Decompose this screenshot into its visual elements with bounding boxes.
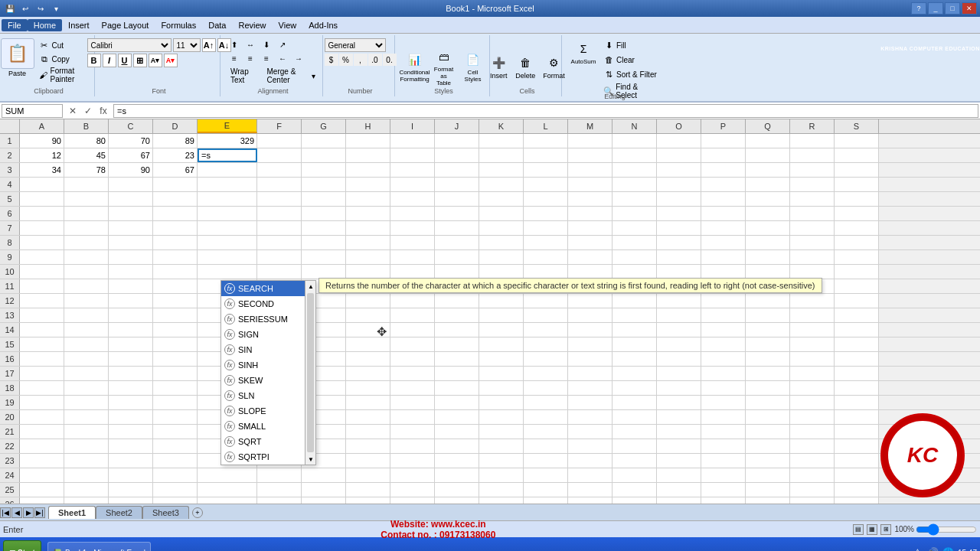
cell-k19[interactable] bbox=[479, 396, 524, 409]
cell-m16[interactable] bbox=[568, 352, 612, 366]
cell-q16[interactable] bbox=[746, 352, 790, 366]
col-header-o[interactable]: O bbox=[657, 119, 701, 133]
cell-n2[interactable] bbox=[612, 148, 657, 162]
cell-d26[interactable] bbox=[153, 497, 198, 504]
cell-c3[interactable]: 90 bbox=[109, 163, 153, 177]
cell-m12[interactable] bbox=[568, 294, 612, 308]
cell-m24[interactable] bbox=[568, 468, 612, 482]
cell-o13[interactable] bbox=[657, 308, 701, 322]
cell-c16[interactable] bbox=[109, 352, 153, 366]
cell-r2[interactable] bbox=[790, 148, 835, 162]
cell-l7[interactable] bbox=[524, 221, 568, 235]
cell-o3[interactable] bbox=[657, 163, 701, 177]
cell-a3[interactable]: 34 bbox=[20, 163, 64, 177]
cell-j14[interactable] bbox=[435, 323, 479, 337]
cell-n10[interactable] bbox=[612, 265, 657, 279]
confirm-formula-button[interactable]: ✓ bbox=[81, 104, 95, 118]
cell-o23[interactable] bbox=[657, 454, 701, 468]
cell-m3[interactable] bbox=[568, 163, 612, 177]
cell-j19[interactable] bbox=[435, 396, 479, 409]
cell-m23[interactable] bbox=[568, 454, 612, 468]
cell-l23[interactable] bbox=[524, 454, 568, 468]
col-header-i[interactable]: I bbox=[390, 119, 435, 133]
text-orient-button[interactable]: ↗ bbox=[275, 38, 290, 51]
cell-a15[interactable] bbox=[20, 337, 64, 351]
sheet-nav-first[interactable]: |◀ bbox=[0, 507, 11, 518]
cell-f6[interactable] bbox=[257, 207, 302, 220]
paste-button[interactable]: 📋 Paste bbox=[1, 38, 34, 84]
cell-r17[interactable] bbox=[790, 367, 835, 380]
cell-e24[interactable] bbox=[198, 468, 257, 482]
cancel-formula-button[interactable]: ✕ bbox=[66, 104, 80, 118]
cell-o14[interactable] bbox=[657, 323, 701, 337]
cell-e8[interactable] bbox=[198, 236, 257, 249]
cell-l19[interactable] bbox=[524, 396, 568, 409]
cell-d8[interactable] bbox=[153, 236, 198, 249]
bold-button[interactable]: B bbox=[87, 54, 101, 67]
cell-g26[interactable] bbox=[302, 497, 346, 504]
cell-p19[interactable] bbox=[701, 396, 746, 409]
cell-n12[interactable] bbox=[612, 294, 657, 308]
sheet-tab-2[interactable]: Sheet2 bbox=[96, 506, 142, 519]
cell-q5[interactable] bbox=[746, 192, 790, 206]
cell-b19[interactable] bbox=[64, 396, 109, 409]
cell-a14[interactable] bbox=[20, 323, 64, 337]
save-qa-button[interactable]: 💾 bbox=[3, 2, 17, 15]
cell-c18[interactable] bbox=[109, 381, 153, 395]
cell-k12[interactable] bbox=[479, 294, 524, 308]
cell-o10[interactable] bbox=[657, 265, 701, 279]
cell-p24[interactable] bbox=[701, 468, 746, 482]
cell-a6[interactable] bbox=[20, 207, 64, 220]
col-header-f[interactable]: F bbox=[257, 119, 302, 133]
row-num-9[interactable]: 9 bbox=[0, 250, 20, 264]
cell-g10[interactable] bbox=[302, 265, 346, 279]
row-num-18[interactable]: 18 bbox=[0, 381, 20, 395]
cell-l2[interactable] bbox=[524, 148, 568, 162]
cell-e4[interactable] bbox=[198, 178, 257, 191]
cell-h24[interactable] bbox=[346, 468, 390, 482]
cell-d10[interactable] bbox=[153, 265, 198, 279]
cell-b22[interactable] bbox=[64, 439, 109, 453]
cell-h9[interactable] bbox=[346, 250, 390, 264]
cell-d16[interactable] bbox=[153, 352, 198, 366]
align-left-button[interactable]: ≡ bbox=[227, 52, 242, 64]
percent-button[interactable]: % bbox=[339, 54, 353, 66]
cell-j26[interactable] bbox=[435, 497, 479, 504]
cell-b9[interactable] bbox=[64, 250, 109, 264]
decrease-decimal-button[interactable]: 0. bbox=[383, 54, 397, 66]
cell-o15[interactable] bbox=[657, 337, 701, 351]
cell-o9[interactable] bbox=[657, 250, 701, 264]
cell-e7[interactable] bbox=[198, 221, 257, 235]
cell-q8[interactable] bbox=[746, 236, 790, 249]
cell-j12[interactable] bbox=[435, 294, 479, 308]
align-top-button[interactable]: ⬆ bbox=[227, 38, 242, 51]
cell-l15[interactable] bbox=[524, 337, 568, 351]
cell-g1[interactable] bbox=[302, 134, 346, 148]
cell-i13[interactable] bbox=[390, 308, 435, 322]
cell-j22[interactable] bbox=[435, 439, 479, 453]
cell-b24[interactable] bbox=[64, 468, 109, 482]
row-num-19[interactable]: 19 bbox=[0, 396, 20, 409]
cell-g3[interactable] bbox=[302, 163, 346, 177]
cell-b18[interactable] bbox=[64, 381, 109, 395]
cell-g2[interactable] bbox=[302, 148, 346, 162]
clear-button[interactable]: 🗑 Clear bbox=[600, 53, 662, 67]
cell-q25[interactable] bbox=[746, 483, 790, 497]
cell-k22[interactable] bbox=[479, 439, 524, 453]
cell-c15[interactable] bbox=[109, 337, 153, 351]
cell-i2[interactable] bbox=[390, 148, 435, 162]
cell-b16[interactable] bbox=[64, 352, 109, 366]
cell-r3[interactable] bbox=[790, 163, 835, 177]
cell-j24[interactable] bbox=[435, 468, 479, 482]
cell-k5[interactable] bbox=[479, 192, 524, 206]
row-num-25[interactable]: 25 bbox=[0, 483, 20, 497]
zoom-slider[interactable] bbox=[916, 523, 977, 536]
cell-p23[interactable] bbox=[701, 454, 746, 468]
cell-p12[interactable] bbox=[701, 294, 746, 308]
cell-h16[interactable] bbox=[346, 352, 390, 366]
cell-p13[interactable] bbox=[701, 308, 746, 322]
cell-h21[interactable] bbox=[346, 425, 390, 439]
cell-q20[interactable] bbox=[746, 410, 790, 424]
cell-r19[interactable] bbox=[790, 396, 835, 409]
cell-e1[interactable]: 329 bbox=[198, 134, 257, 148]
